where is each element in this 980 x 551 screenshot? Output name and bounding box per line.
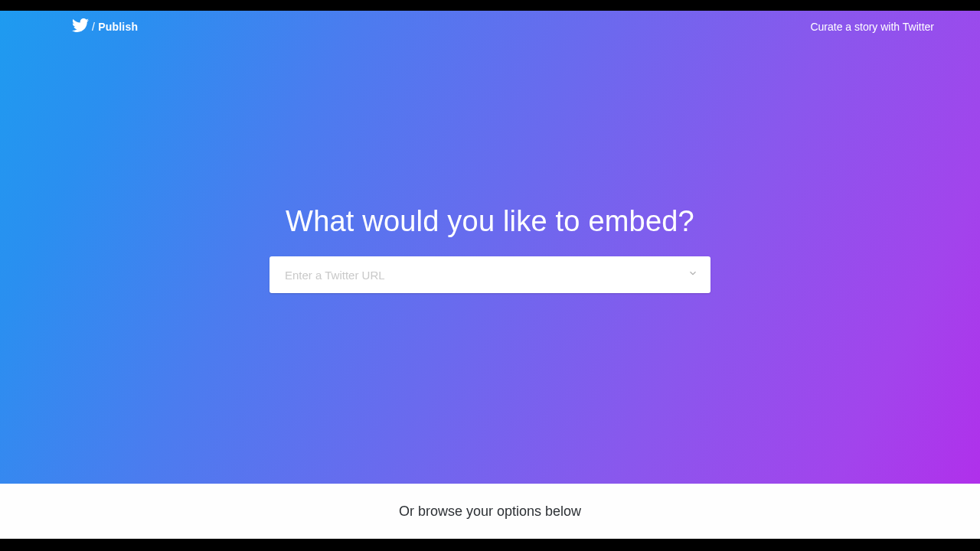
twitter-bird-icon: [72, 17, 89, 37]
twitter-url-input[interactable]: [285, 269, 688, 282]
brand[interactable]: / Publish: [72, 17, 138, 37]
url-input-container: [270, 256, 710, 293]
brand-text: / Publish: [92, 21, 138, 33]
chevron-down-icon[interactable]: [688, 268, 698, 282]
curate-story-link[interactable]: Curate a story with Twitter: [810, 21, 934, 33]
browse-options-section: Or browse your options below: [0, 484, 980, 539]
letterbox-bottom: [0, 539, 980, 551]
letterbox-top: [0, 0, 980, 11]
embed-prompt-block: What would you like to embed?: [0, 205, 980, 293]
page-title: What would you like to embed?: [0, 205, 980, 238]
top-nav: / Publish Curate a story with Twitter: [0, 17, 980, 37]
hero-section: / Publish Curate a story with Twitter Wh…: [0, 11, 980, 484]
browse-options-text: Or browse your options below: [399, 504, 581, 520]
